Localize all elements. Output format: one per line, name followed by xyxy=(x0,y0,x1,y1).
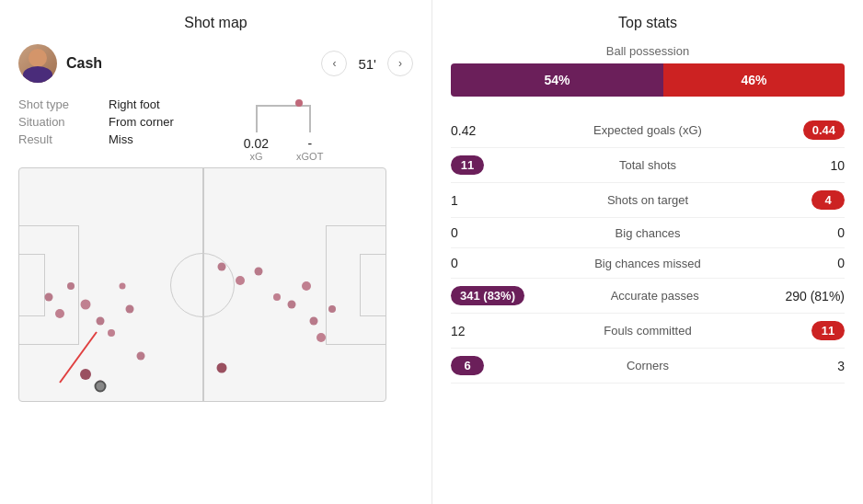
avatar xyxy=(18,44,57,83)
shot-dot-21 xyxy=(95,381,107,393)
shot-dot-0 xyxy=(45,293,53,302)
shot-origin xyxy=(60,383,62,384)
player-header: Cash ‹ 51' › xyxy=(18,44,413,83)
prev-shot-button[interactable]: ‹ xyxy=(321,51,347,76)
shot-stats: 0.02 xG - xGOT xyxy=(244,136,324,162)
right-panel: Top stats Ball possession 54% 46% 0.42Ex… xyxy=(432,0,863,504)
possession-label: Ball possession xyxy=(451,44,845,58)
pitch xyxy=(18,167,386,402)
shot-dot-8 xyxy=(137,352,145,361)
stat-row-0: 0.42Expected goals (xG)0.44 xyxy=(451,113,845,148)
stat-badge-left-5: 341 (83%) xyxy=(451,286,524,305)
xg-stat: 0.02 xG xyxy=(244,136,269,162)
stat-left-5: 341 (83%) xyxy=(451,286,524,305)
stat-right-3: 0 xyxy=(789,225,845,240)
shot-dot-5 xyxy=(108,329,115,337)
shot-dot-20 xyxy=(217,362,227,372)
shot-dot-4 xyxy=(97,316,105,325)
stat-right-2: 4 xyxy=(789,190,845,210)
stat-badge-right-2: 4 xyxy=(811,190,845,210)
stat-left-4: 0 xyxy=(451,256,506,270)
xgot-label: xGOT xyxy=(296,151,323,162)
stat-center-5: Accurate passes xyxy=(524,289,785,303)
stat-center-4: Big chances missed xyxy=(506,257,789,270)
xgot-value: - xyxy=(296,136,323,151)
shot-type-value: Right foot xyxy=(109,97,174,111)
xg-value: 0.02 xyxy=(244,136,269,151)
goal-target xyxy=(251,97,316,136)
shot-dot-18 xyxy=(316,333,326,342)
shot-info: Shot type Right foot Situation From corn… xyxy=(18,97,174,146)
shot-dot-13 xyxy=(255,268,263,276)
stat-badge-right-0: 0.44 xyxy=(803,120,845,140)
shot-dot-16 xyxy=(302,281,311,291)
shot-dot-15 xyxy=(288,300,296,308)
shot-dot-11 xyxy=(218,263,226,271)
stat-row-4: 0Big chances missed0 xyxy=(451,248,845,279)
shot-dot-1 xyxy=(55,309,64,318)
stat-right-7: 3 xyxy=(789,359,845,373)
shot-map-title: Shot map xyxy=(18,15,413,31)
left-panel: Shot map Cash ‹ 51' › Shot type Right fo… xyxy=(0,0,432,504)
possession-left: 54% xyxy=(451,63,663,97)
shot-dot-14 xyxy=(273,293,281,301)
stat-center-7: Corners xyxy=(506,359,789,372)
stat-center-0: Expected goals (xG) xyxy=(506,123,789,137)
stat-left-3: 0 xyxy=(451,225,506,240)
stat-left-7: 6 xyxy=(451,356,506,375)
shot-dot-17 xyxy=(310,316,318,325)
stat-left-2: 1 xyxy=(451,193,506,208)
shot-time: 51' xyxy=(358,56,376,72)
result-value: Miss xyxy=(109,132,174,146)
top-stats-title: Top stats xyxy=(451,15,845,31)
stats-list: 0.42Expected goals (xG)0.4411Total shots… xyxy=(451,113,845,384)
stat-center-1: Total shots xyxy=(506,158,789,172)
stat-right-4: 0 xyxy=(789,256,845,270)
stat-left-0: 0.42 xyxy=(451,123,506,138)
stat-badge-right-6: 11 xyxy=(811,321,845,340)
stat-right-6: 11 xyxy=(789,321,845,340)
stat-row-1: 11Total shots10 xyxy=(451,148,845,183)
situation-value: From corner xyxy=(109,115,174,129)
possession-right: 46% xyxy=(663,63,845,97)
xgot-stat: - xGOT xyxy=(296,136,323,162)
player-name: Cash xyxy=(66,55,102,72)
stat-badge-left-1: 11 xyxy=(451,155,484,175)
goal-frame xyxy=(256,105,311,132)
shot-dot-12 xyxy=(236,276,245,285)
xg-label: xG xyxy=(244,151,269,162)
stat-left-1: 11 xyxy=(451,155,506,175)
shot-dot-6 xyxy=(126,305,134,314)
stat-left-6: 12 xyxy=(451,324,506,338)
nav-controls: ‹ 51' › xyxy=(321,51,413,76)
stat-right-5: 290 (81%) xyxy=(785,289,845,304)
shot-dot-3 xyxy=(81,299,91,309)
situation-label: Situation xyxy=(18,115,101,129)
stat-right-0: 0.44 xyxy=(789,120,845,140)
player-info: Cash xyxy=(18,44,102,83)
goal-area-right xyxy=(360,254,385,316)
shot-dot-19 xyxy=(328,305,336,313)
stat-right-1: 10 xyxy=(789,158,845,173)
shot-dot-9 xyxy=(80,369,91,380)
result-label: Result xyxy=(18,132,101,146)
next-shot-button[interactable]: › xyxy=(387,51,413,76)
center-circle xyxy=(170,253,235,317)
possession-bar: 54% 46% xyxy=(451,63,845,97)
goal-area-left xyxy=(19,254,45,316)
stat-row-7: 6Corners3 xyxy=(451,349,845,384)
shot-dot-7 xyxy=(120,282,126,289)
stat-row-3: 0Big chances0 xyxy=(451,218,845,248)
shot-dot-2 xyxy=(67,282,75,290)
stat-row-6: 12Fouls committed11 xyxy=(451,314,845,349)
stat-row-2: 1Shots on target4 xyxy=(451,183,845,218)
stat-badge-left-7: 6 xyxy=(451,356,484,375)
stat-center-3: Big chances xyxy=(506,226,789,240)
stat-center-6: Fouls committed xyxy=(506,324,789,338)
stat-center-2: Shots on target xyxy=(506,193,789,207)
stat-row-5: 341 (83%)Accurate passes290 (81%) xyxy=(451,279,845,314)
shot-type-label: Shot type xyxy=(18,97,101,111)
